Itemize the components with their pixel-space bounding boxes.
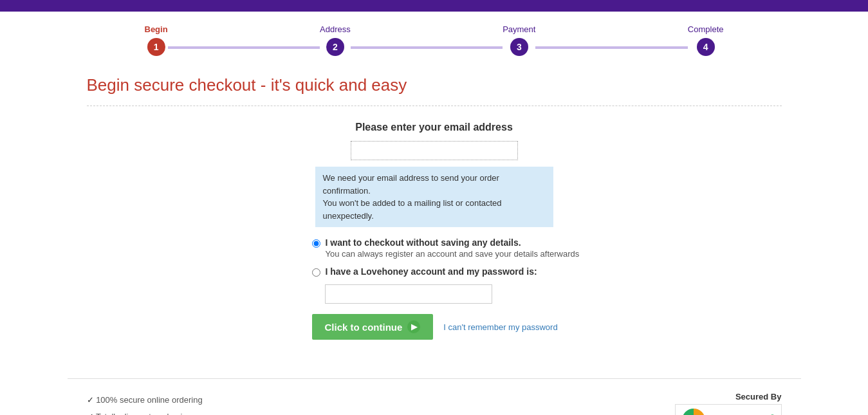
step-line-2 xyxy=(351,46,503,49)
forgot-password-link[interactable]: I can't remember my password xyxy=(443,322,557,332)
continue-button[interactable]: Click to continue ▶ xyxy=(312,314,434,340)
step-complete-label: Complete xyxy=(688,24,724,34)
continue-button-label: Click to continue xyxy=(325,322,403,333)
step-address-circle: 2 xyxy=(326,38,344,56)
radio-guest-label: I want to checkout without saving any de… xyxy=(326,237,521,248)
continue-arrow-icon: ▶ xyxy=(407,320,420,333)
step-payment-circle: 3 xyxy=(510,38,528,56)
step-payment[interactable]: Payment 3 xyxy=(503,24,535,56)
trust-item-2: Totally discreet packaging xyxy=(87,409,297,415)
radio-option-account: I have a Lovehoney account and my passwo… xyxy=(273,266,595,277)
step-begin-label: Begin xyxy=(145,24,168,34)
top-bar xyxy=(0,0,868,12)
trust-section: 100% secure online ordering Totally disc… xyxy=(68,378,801,415)
info-line-1: We need your email address to send your … xyxy=(323,173,499,196)
email-input[interactable] xyxy=(351,141,518,160)
step-begin-circle: 1 xyxy=(147,38,165,56)
step-begin[interactable]: Begin 1 xyxy=(145,24,168,56)
radio-option-guest: I want to checkout without saving any de… xyxy=(273,237,595,259)
step-payment-label: Payment xyxy=(503,24,535,34)
radio-guest-sub: You can always register an account and s… xyxy=(326,249,580,259)
geotrust-text: GeoTrust® xyxy=(710,412,774,415)
radio-account-label: I have a Lovehoney account and my passwo… xyxy=(326,266,537,277)
step-complete[interactable]: Complete 4 xyxy=(688,24,724,56)
info-line-2: You won't be added to a mailing list or … xyxy=(323,198,502,221)
progress-bar: Begin 1 Address 2 Payment 3 Complete 4 xyxy=(0,12,868,62)
step-address-label: Address xyxy=(320,24,351,34)
step-complete-circle: 4 xyxy=(697,38,715,56)
main-content: Begin secure checkout - it's quick and e… xyxy=(68,62,801,359)
secured-by-label: Secured By xyxy=(735,392,782,401)
radio-account-input[interactable] xyxy=(312,268,320,277)
geotrust-logo: GeoTrust® xyxy=(675,404,781,415)
step-line-3 xyxy=(535,46,687,49)
radio-account-text: I have a Lovehoney account and my passwo… xyxy=(326,266,537,277)
step-address[interactable]: Address 2 xyxy=(320,24,351,56)
button-row: Click to continue ▶ I can't remember my … xyxy=(273,314,595,340)
page-heading: Begin secure checkout - it's quick and e… xyxy=(87,75,782,106)
geotrust-badge: Secured By GeoTrust® xyxy=(675,392,781,415)
geo-text-geo: Geo xyxy=(710,412,737,415)
geo-text-trust: Trust xyxy=(737,412,770,415)
radio-guest-input[interactable] xyxy=(312,239,320,248)
radio-guest-text: I want to checkout without saving any de… xyxy=(326,237,580,259)
checkout-form: Please enter your email address We need … xyxy=(273,122,595,340)
email-info-box: We need your email address to send your … xyxy=(315,167,553,227)
password-input[interactable] xyxy=(325,284,492,304)
email-label: Please enter your email address xyxy=(273,122,595,133)
trust-list: 100% secure online ordering Totally disc… xyxy=(87,392,297,415)
geotrust-icon xyxy=(682,409,705,415)
step-line-1 xyxy=(168,46,320,49)
trust-item-1: 100% secure online ordering xyxy=(87,392,297,409)
